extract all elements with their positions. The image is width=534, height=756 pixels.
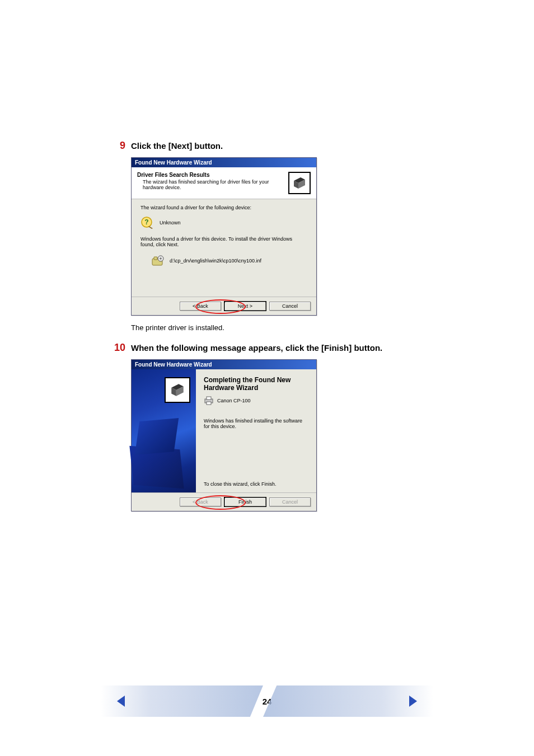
inf-file-icon	[152, 255, 164, 266]
step-title-9: Click the [Next] button.	[131, 140, 223, 151]
inf-path: d:\cp_drv\english\win2k\cp100\cny100.inf	[170, 258, 261, 264]
cancel-button-2: Cancel	[269, 497, 311, 506]
next-button[interactable]: Next >	[224, 302, 266, 311]
wizard-header-subtitle: The wizard has finished searching for dr…	[143, 179, 288, 190]
wizard-header-title: Driver Files Search Results	[137, 172, 288, 178]
wizard2-titlebar: Found New Hardware Wizard	[132, 360, 316, 369]
svg-rect-6	[207, 397, 211, 400]
device-name-unknown: Unknown	[160, 220, 181, 226]
cancel-button[interactable]: Cancel	[269, 302, 311, 311]
wizard2-close-hint: To close this wizard, click Finish.	[204, 481, 277, 487]
wizard2-title: Completing the Found New Hardware Wizard	[204, 376, 308, 392]
back-button-2: < Back	[180, 497, 221, 506]
wizard-found-line: The wizard found a driver for the follow…	[140, 205, 307, 210]
wizard-found-driver-line: Windows found a driver for this device. …	[140, 236, 307, 247]
cancel-button-2-label: Cancel	[282, 499, 298, 505]
svg-rect-7	[207, 402, 211, 405]
wizard-dialog-driver-results: Found New Hardware Wizard Driver Files S…	[131, 157, 317, 316]
arrow-right-icon	[408, 694, 419, 708]
step-number-10: 10	[112, 342, 125, 354]
back-button-2-label: < Back	[193, 499, 208, 505]
back-button-label: < Back	[193, 303, 208, 309]
next-button-label: Next >	[238, 303, 252, 309]
wizard2-message: Windows has finished installing the soft…	[204, 418, 308, 429]
finish-button[interactable]: Finish	[224, 497, 266, 506]
page-footer: 24	[0, 685, 534, 717]
hardware-icon	[165, 377, 190, 403]
printer-icon	[204, 396, 214, 406]
step-title-10: When the following message appears, clic…	[131, 342, 382, 353]
step-number-9: 9	[112, 140, 125, 152]
hardware-icon	[288, 172, 311, 194]
next-page-button[interactable]	[408, 694, 419, 708]
wizard-dialog-completing: Found New Hardware Wizard Completing the…	[131, 359, 317, 511]
unknown-device-icon: ?	[140, 216, 154, 229]
wizard2-device-name: Canon CP-100	[217, 398, 251, 403]
step-9-result: The printer driver is installed.	[131, 323, 425, 332]
svg-text:?: ?	[144, 218, 148, 226]
wizard-titlebar: Found New Hardware Wizard	[132, 158, 316, 167]
finish-button-label: Finish	[238, 499, 252, 505]
arrow-left-icon	[115, 694, 126, 708]
back-button[interactable]: < Back	[180, 302, 221, 311]
svg-rect-3	[154, 257, 157, 260]
cancel-button-label: Cancel	[282, 303, 298, 309]
wizard-side-graphic	[132, 369, 196, 492]
prev-page-button[interactable]	[115, 694, 126, 708]
